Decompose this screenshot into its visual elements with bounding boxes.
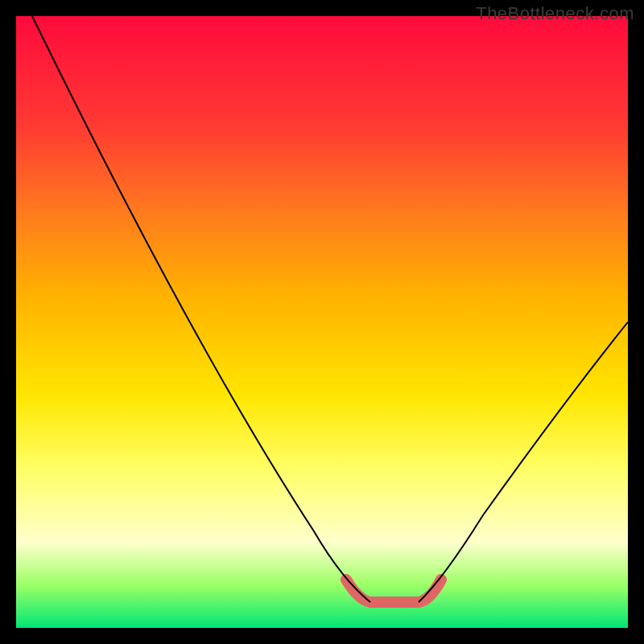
attribution-text: TheBottleneck.com [476, 3, 634, 24]
curve-layer [16, 16, 628, 628]
optimal-range-highlight [346, 580, 441, 602]
curve-right-branch [419, 322, 628, 602]
chart-plot-area [16, 16, 628, 628]
curve-left-branch [32, 16, 370, 602]
